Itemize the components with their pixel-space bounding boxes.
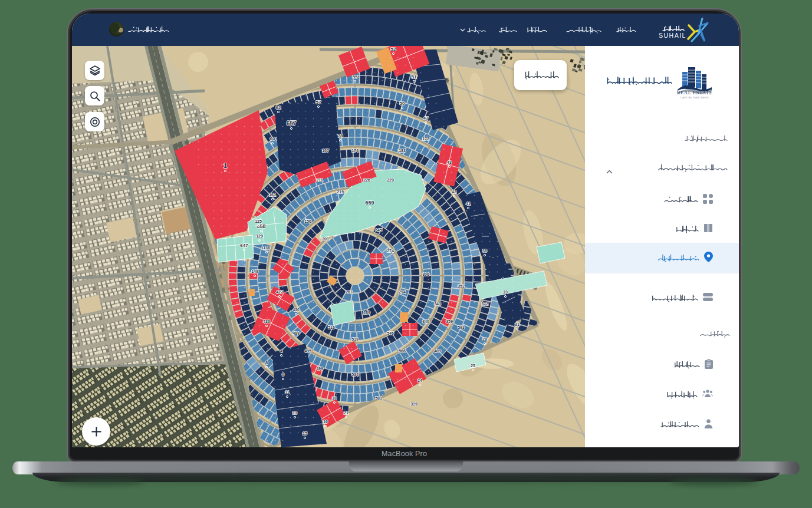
svg-text:289: 289 xyxy=(363,311,370,315)
svg-text:352: 352 xyxy=(458,284,465,288)
svg-text:52: 52 xyxy=(391,47,396,52)
svg-text:294: 294 xyxy=(399,290,406,294)
svg-text:125: 125 xyxy=(255,219,262,223)
svg-text:593: 593 xyxy=(458,325,465,329)
svg-text:340: 340 xyxy=(422,319,429,324)
svg-text:78: 78 xyxy=(338,133,343,138)
svg-text:11: 11 xyxy=(285,390,290,394)
svg-text:129: 129 xyxy=(256,234,263,238)
svg-text:201: 201 xyxy=(322,237,329,241)
svg-text:41: 41 xyxy=(466,202,471,206)
svg-text:658: 658 xyxy=(257,223,265,229)
svg-text:8: 8 xyxy=(265,360,268,365)
svg-text:33: 33 xyxy=(503,290,508,294)
svg-text:409: 409 xyxy=(434,349,441,353)
svg-text:156: 156 xyxy=(304,219,311,223)
svg-text:18: 18 xyxy=(332,396,337,400)
svg-text:430: 430 xyxy=(292,308,300,312)
svg-text:343: 343 xyxy=(434,302,441,306)
svg-text:42: 42 xyxy=(452,190,456,194)
svg-text:659: 659 xyxy=(365,200,374,206)
svg-text:38: 38 xyxy=(482,249,487,253)
svg-text:167: 167 xyxy=(322,149,329,153)
svg-text:372: 372 xyxy=(481,302,488,306)
svg-text:306: 306 xyxy=(422,272,429,276)
svg-text:47: 47 xyxy=(423,116,429,121)
svg-text:161: 161 xyxy=(269,193,276,197)
svg-text:566: 566 xyxy=(399,349,406,353)
svg-text:174: 174 xyxy=(351,149,359,153)
svg-text:149: 149 xyxy=(251,269,258,273)
svg-text:489: 489 xyxy=(292,331,300,335)
svg-text:645: 645 xyxy=(375,228,382,232)
svg-text:177: 177 xyxy=(422,137,429,141)
svg-text:55: 55 xyxy=(353,74,358,80)
svg-text:516: 516 xyxy=(328,325,335,329)
svg-text:229: 229 xyxy=(387,178,394,182)
svg-text:657: 657 xyxy=(287,120,297,127)
svg-text:359: 359 xyxy=(446,319,453,324)
svg-text:495: 495 xyxy=(304,349,311,353)
svg-text:28: 28 xyxy=(482,337,487,341)
svg-text:25: 25 xyxy=(471,364,475,368)
svg-text:31: 31 xyxy=(515,322,520,326)
svg-text:267: 267 xyxy=(346,290,353,294)
svg-text:16: 16 xyxy=(323,420,328,424)
svg-text:219: 219 xyxy=(337,190,344,194)
svg-text:519: 519 xyxy=(351,337,359,341)
svg-text:4: 4 xyxy=(280,349,282,353)
svg-text:499: 499 xyxy=(316,367,323,371)
svg-text:274: 274 xyxy=(387,249,394,253)
svg-text:136: 136 xyxy=(263,246,270,250)
svg-text:581: 581 xyxy=(375,396,382,400)
svg-text:62: 62 xyxy=(276,105,281,110)
svg-text:211: 211 xyxy=(316,178,323,182)
svg-text:6: 6 xyxy=(282,372,284,377)
svg-text:50: 50 xyxy=(400,101,405,106)
svg-text:57: 57 xyxy=(316,100,321,105)
svg-text:60: 60 xyxy=(270,136,275,141)
svg-text:43: 43 xyxy=(447,160,452,164)
svg-text:546: 546 xyxy=(387,331,394,335)
svg-text:24: 24 xyxy=(417,378,422,382)
svg-text:647: 647 xyxy=(240,243,248,248)
svg-text:51: 51 xyxy=(412,74,417,80)
svg-text:21: 21 xyxy=(344,411,349,415)
svg-text:15: 15 xyxy=(303,431,307,436)
svg-text:427: 427 xyxy=(276,290,283,294)
svg-text:183: 183 xyxy=(399,149,406,153)
svg-text:226: 226 xyxy=(363,178,370,182)
svg-text:13: 13 xyxy=(292,411,297,415)
svg-text:319: 319 xyxy=(410,402,417,406)
svg-text:1: 1 xyxy=(223,162,227,169)
svg-text:436: 436 xyxy=(263,319,270,324)
svg-text:534: 534 xyxy=(351,372,359,377)
